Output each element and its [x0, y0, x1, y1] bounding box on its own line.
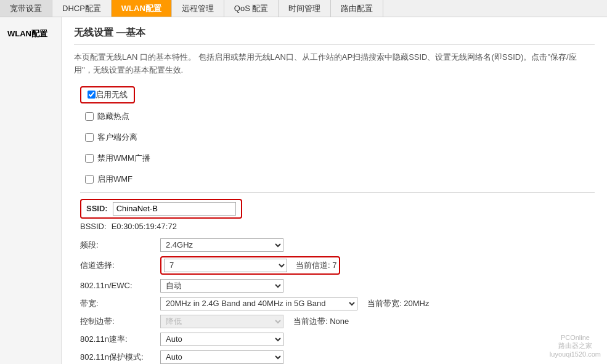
- nav-item-4[interactable]: QoS 配置: [224, 0, 279, 17]
- frequency-label: 频段:: [80, 240, 160, 251]
- current-sideband-info: 当前边带: None: [293, 316, 349, 327]
- sideband-select[interactable]: 降低 升高: [160, 315, 283, 328]
- nav-item-6[interactable]: 路由配置: [331, 0, 383, 17]
- nav-item-3[interactable]: 远程管理: [172, 0, 224, 17]
- watermark-line3: luyouqi1520.com: [550, 350, 601, 358]
- n-rate-control: Auto: [160, 333, 283, 346]
- page-title: 无线设置 —基本: [74, 26, 595, 45]
- enable-wmf-row: 启用WMF: [80, 171, 595, 187]
- frequency-row: 频段: 2.4GHz 5GHz: [80, 238, 595, 252]
- nav-item-0[interactable]: 宽带设置: [0, 0, 52, 17]
- nav-item-1[interactable]: DHCP配置: [52, 0, 112, 17]
- page-description: 本页配置无线LAN 口的基本特性。 包括启用或禁用无线LAN口、从工作站的AP扫…: [74, 51, 595, 77]
- n-rate-label: 802.11n速率:: [80, 334, 160, 345]
- bssid-label: BSSID:: [80, 222, 107, 231]
- watermark-line2: 路由器之家: [550, 341, 601, 350]
- ewc-control: 自动 禁用: [160, 279, 283, 293]
- hide-hotspot-row: 隐藏热点: [80, 108, 595, 124]
- nav-item-2[interactable]: WLAN配置: [112, 0, 172, 17]
- channel-control: 1234 5678 9101112 13Auto 当前信道: 7: [160, 256, 340, 275]
- watermark-line1: PCOnline: [550, 334, 601, 341]
- ssid-input[interactable]: [113, 202, 236, 216]
- enable-wmf-checkbox[interactable]: [85, 175, 94, 184]
- checkbox-group: 启用无线 隐藏热点 客户端分离 禁用WMM广播 启用WMF: [80, 86, 595, 187]
- settings-table: 频段: 2.4GHz 5GHz 信道选择: 1234 5678: [80, 238, 595, 364]
- disable-wmm-checkbox[interactable]: [85, 154, 94, 163]
- bandwidth-row: 带宽: 20MHz in 2.4G Band and 40MHz in 5G B…: [80, 297, 595, 310]
- enable-wireless-checkbox[interactable]: [88, 91, 96, 99]
- disable-wmm-label: 禁用WMM广播: [97, 153, 150, 164]
- content-area: 无线设置 —基本 本页配置无线LAN 口的基本特性。 包括启用或禁用无线LAN口…: [62, 17, 607, 364]
- channel-row: 信道选择: 1234 5678 9101112 13Auto 当前信道: 7: [80, 256, 595, 275]
- current-bandwidth-info: 当前带宽: 20MHz: [367, 298, 429, 309]
- sideband-row: 控制边带: 降低 升高 当前边带: None: [80, 315, 595, 328]
- sidebar-item-wlan[interactable]: WLAN配置: [0, 23, 61, 44]
- frequency-control: 2.4GHz 5GHz: [160, 238, 283, 252]
- enable-wireless-label: 启用无线: [96, 89, 128, 100]
- ewc-row: 802.11n/EWC: 自动 禁用: [80, 279, 595, 293]
- n-rate-row: 802.11n速率: Auto: [80, 333, 595, 346]
- channel-label: 信道选择:: [80, 260, 160, 271]
- hide-hotspot-checkbox[interactable]: [85, 112, 94, 121]
- disable-wmm-row: 禁用WMM广播: [80, 150, 595, 166]
- bssid-row: BSSID: E0:30:05:19:47:72: [80, 222, 595, 231]
- channel-select[interactable]: 1234 5678 9101112 13Auto: [164, 259, 287, 272]
- ewc-select[interactable]: 自动 禁用: [160, 279, 283, 293]
- divider: [80, 192, 595, 193]
- bssid-value: E0:30:05:19:47:72: [112, 222, 177, 231]
- protection-select[interactable]: Auto: [160, 350, 283, 364]
- nav-item-5[interactable]: 时间管理: [279, 0, 331, 17]
- bandwidth-select[interactable]: 20MHz in 2.4G Band and 40MHz in 5G Band …: [160, 297, 357, 310]
- main-layout: WLAN配置 无线设置 —基本 本页配置无线LAN 口的基本特性。 包括启用或禁…: [0, 17, 607, 364]
- client-isolation-row: 客户端分离: [80, 129, 595, 145]
- protection-control: Auto: [160, 350, 283, 364]
- protection-row: 802.11n保护模式: Auto: [80, 350, 595, 364]
- sidebar: WLAN配置: [0, 17, 62, 364]
- bandwidth-label: 带宽:: [80, 298, 160, 309]
- ewc-label: 802.11n/EWC:: [80, 281, 160, 290]
- hide-hotspot-label: 隐藏热点: [97, 111, 129, 122]
- frequency-select[interactable]: 2.4GHz 5GHz: [160, 238, 283, 252]
- protection-label: 802.11n保护模式:: [80, 352, 160, 363]
- top-navigation: 宽带设置DHCP配置WLAN配置远程管理QoS 配置时间管理路由配置: [0, 0, 607, 17]
- n-rate-select[interactable]: Auto: [160, 333, 283, 346]
- ssid-label: SSID:: [86, 204, 108, 213]
- client-isolation-checkbox[interactable]: [85, 133, 94, 142]
- current-channel-info: 当前信道: 7: [296, 260, 336, 271]
- enable-wmf-label: 启用WMF: [97, 174, 132, 185]
- client-isolation-label: 客户端分离: [97, 132, 137, 143]
- sideband-label: 控制边带:: [80, 316, 160, 327]
- bandwidth-control: 20MHz in 2.4G Band and 40MHz in 5G Band …: [160, 297, 429, 310]
- watermark: PCOnline 路由器之家 luyouqi1520.com: [550, 334, 601, 358]
- sideband-control: 降低 升高 当前边带: None: [160, 315, 349, 328]
